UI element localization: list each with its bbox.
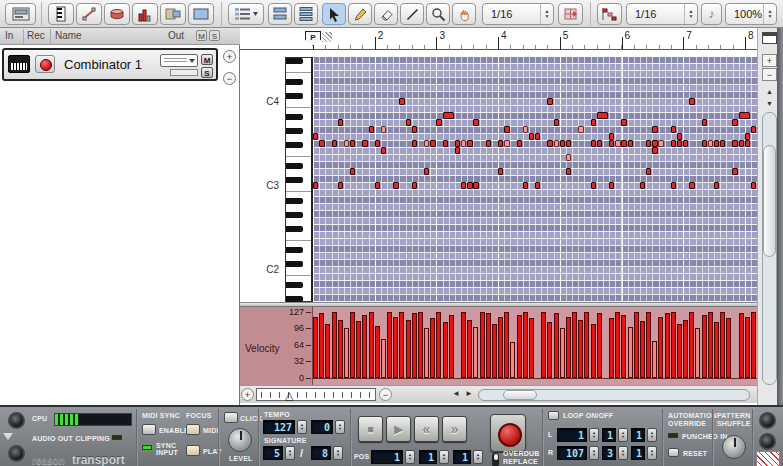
overdub-replace-toggle[interactable] (492, 453, 499, 466)
piano-key-black[interactable] (286, 282, 303, 288)
midi-sync-enable-button[interactable] (142, 424, 156, 435)
midi-note[interactable] (714, 140, 719, 147)
midi-note[interactable] (609, 182, 614, 189)
velocity-bar[interactable] (350, 312, 355, 378)
pos-sixteenth-spinner[interactable]: ▲▼ (473, 450, 483, 464)
velocity-bar[interactable] (362, 315, 367, 378)
rewind-button[interactable]: « (414, 416, 439, 442)
velocity-bar[interactable] (726, 318, 731, 378)
pattern-shuffle-knob[interactable] (722, 435, 746, 459)
velocity-bar[interactable] (375, 326, 380, 378)
vzoom-out-button[interactable]: − (762, 68, 777, 81)
track-zoom-in-button[interactable]: + (223, 50, 236, 63)
midi-note[interactable] (578, 126, 583, 133)
midi-note[interactable] (461, 182, 466, 189)
midi-note[interactable] (436, 119, 441, 126)
velocity-bar[interactable] (492, 324, 497, 378)
midi-note[interactable] (467, 182, 472, 189)
midi-note[interactable] (517, 140, 522, 147)
midi-note[interactable] (443, 140, 448, 147)
velocity-bar[interactable] (683, 320, 688, 378)
scroll-down-button[interactable]: ▼ (762, 98, 777, 110)
midi-note[interactable] (375, 140, 380, 147)
midi-note[interactable] (566, 140, 571, 147)
midi-note[interactable] (486, 140, 491, 147)
collapse-lanes-button[interactable] (294, 3, 318, 25)
midi-note[interactable] (455, 147, 460, 154)
midi-note[interactable] (399, 98, 404, 105)
midi-note[interactable] (369, 126, 374, 133)
velocity-bar[interactable] (467, 320, 472, 378)
click-button[interactable] (224, 412, 238, 423)
midi-note[interactable] (609, 140, 614, 147)
midi-note[interactable] (547, 98, 552, 105)
velocity-bar[interactable] (325, 324, 330, 378)
midi-note[interactable] (498, 168, 503, 175)
midi-note[interactable] (344, 140, 349, 147)
midi-note[interactable] (714, 182, 719, 189)
snap-to-grid-button[interactable] (558, 3, 583, 25)
velocity-bar[interactable] (578, 320, 583, 378)
midi-note[interactable] (751, 182, 756, 189)
velocity-bar[interactable] (609, 318, 614, 378)
velocity-bar[interactable] (634, 312, 639, 378)
midi-note[interactable] (591, 182, 596, 189)
midi-note[interactable] (554, 140, 559, 147)
expand-lanes-button[interactable] (268, 3, 292, 25)
bar-ruler[interactable]: 2345678 P (240, 29, 757, 50)
midi-note[interactable] (529, 133, 534, 140)
velocity-bar[interactable] (517, 315, 522, 378)
midi-note[interactable] (609, 133, 614, 140)
midi-note[interactable] (677, 133, 682, 140)
velocity-bar[interactable] (406, 320, 411, 378)
midi-note[interactable] (652, 147, 657, 154)
velocity-bar[interactable] (695, 328, 700, 378)
velocity-bar[interactable] (338, 320, 343, 378)
click-level-knob[interactable] (228, 428, 252, 452)
midi-note[interactable] (375, 182, 380, 189)
midi-note[interactable] (739, 112, 751, 119)
piano-key-black[interactable] (286, 142, 303, 148)
strength-spinner-arrows[interactable]: ▲▼ (763, 4, 776, 24)
hzoom-slider-thumb[interactable]: △ (285, 389, 293, 402)
vzoom-in-button[interactable]: + (762, 54, 777, 67)
signature-denominator-spinner[interactable]: ▲▼ (333, 446, 343, 460)
piano-key-black[interactable] (286, 212, 303, 218)
hzoom-in-button[interactable]: + (241, 388, 254, 401)
midi-note[interactable] (621, 119, 626, 126)
midi-note[interactable] (467, 140, 472, 147)
velocity-bar[interactable] (313, 317, 318, 378)
midi-note[interactable] (732, 119, 737, 126)
midi-note[interactable] (628, 140, 633, 147)
velocity-lane-button[interactable] (132, 3, 158, 25)
piano-key-black[interactable] (286, 163, 303, 169)
drum-lane-button[interactable] (104, 3, 130, 25)
midi-note[interactable] (560, 140, 565, 147)
pencil-tool-button[interactable] (348, 3, 372, 25)
velocity-bar[interactable] (529, 318, 534, 378)
resize-grip[interactable] (756, 451, 780, 466)
track-mute-button[interactable]: M (201, 54, 213, 65)
midi-note[interactable] (412, 140, 417, 147)
velocity-bar[interactable] (480, 312, 485, 378)
midi-note[interactable] (547, 140, 552, 147)
midi-note[interactable] (640, 182, 645, 189)
loop-right-bar-spinner[interactable]: ▲▼ (589, 446, 599, 460)
velocity-bar[interactable] (418, 312, 423, 378)
velocity-bar[interactable] (424, 328, 429, 378)
piano-key-black[interactable] (286, 198, 303, 204)
midi-note[interactable] (689, 98, 694, 105)
midi-note[interactable] (708, 140, 713, 147)
midi-note[interactable] (597, 140, 602, 147)
signature-numerator-spinner[interactable]: ▲▼ (285, 446, 295, 460)
midi-note[interactable] (671, 140, 676, 147)
velocity-bar[interactable] (547, 322, 552, 378)
velocity-bar[interactable] (745, 317, 750, 378)
midi-note[interactable] (406, 119, 411, 126)
fast-forward-button[interactable]: » (442, 416, 467, 442)
velocity-bar[interactable] (640, 321, 645, 378)
loop-right-beat-spinner[interactable]: ▲▼ (618, 446, 628, 460)
quantize-notes-button[interactable] (597, 3, 622, 25)
midi-note[interactable] (455, 140, 460, 147)
midi-note[interactable] (652, 140, 657, 147)
